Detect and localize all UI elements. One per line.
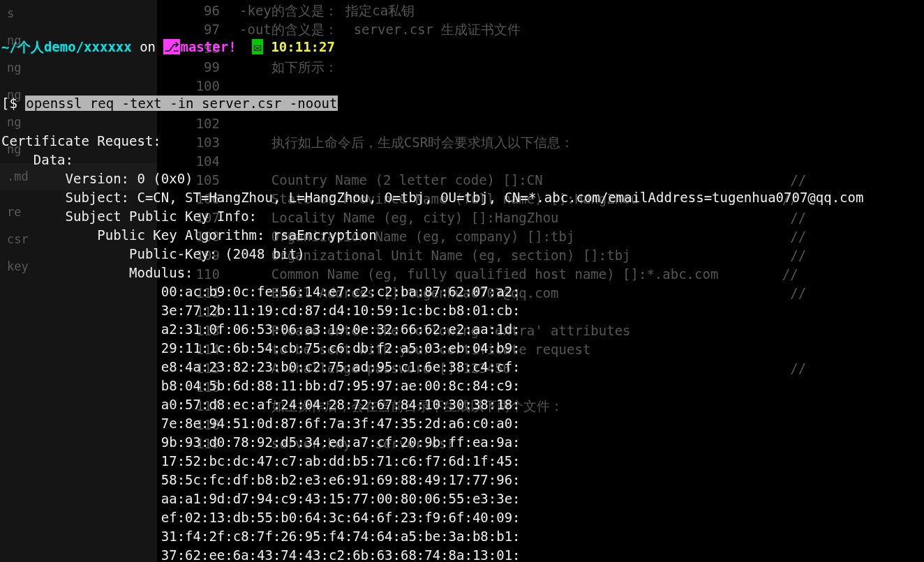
prompt-on: on: [132, 39, 164, 54]
prompt-line-2: [$ openssl req -text -in server.csr -noo…: [0, 94, 924, 113]
command-text[interactable]: openssl req -text -in server.csr -noout: [25, 96, 338, 111]
terminal-overlay[interactable]: ~/个人demo/xxxxxx on ⎇master! ✉ 10:11:27 […: [0, 0, 924, 562]
branch-icon: ⎇: [163, 39, 180, 54]
prompt-time: 10:11:27: [271, 39, 335, 54]
prompt-path: ~/个人demo/xxxxxx: [1, 39, 132, 54]
mail-icon: ✉: [252, 39, 262, 54]
ps1: [$: [1, 96, 25, 111]
bang: !: [228, 39, 236, 54]
terminal-output: Certificate Request: Data: Version: 0 (0…: [0, 132, 924, 562]
git-branch: master: [180, 39, 228, 54]
prompt-line-1: ~/个人demo/xxxxxx on ⎇master! ✉ 10:11:27: [0, 38, 924, 56]
